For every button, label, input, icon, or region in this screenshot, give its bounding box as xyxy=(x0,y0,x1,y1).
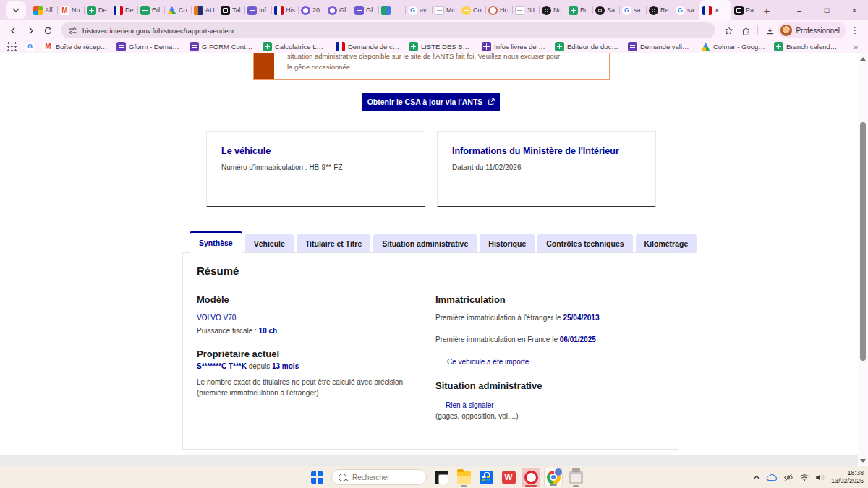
chevron-up-icon[interactable] xyxy=(753,475,760,480)
tab-close-icon[interactable]: × xyxy=(715,7,719,14)
bookmark-item[interactable]: Branch calendar - C... xyxy=(774,42,838,51)
warning-alert: situation administrative disponible sur … xyxy=(253,53,610,80)
profile-chip[interactable]: Professionnel xyxy=(778,22,846,38)
tab-titulaire-et-titre[interactable]: Titulaire et Titre xyxy=(297,234,370,253)
tab-véhicule[interactable]: Véhicule xyxy=(245,234,294,253)
scroll-up-arrow[interactable] xyxy=(860,57,866,61)
tab-kilométrage[interactable]: Kilométrage xyxy=(636,234,697,253)
scroll-down-arrow[interactable] xyxy=(860,459,866,463)
bookmark-label: Colmar - Google Dri... xyxy=(713,43,765,51)
browser-tab[interactable] xyxy=(378,0,405,20)
forward-button[interactable] xyxy=(22,22,39,39)
sheets-favicon xyxy=(140,6,150,15)
bookmark-item[interactable]: Gform - Demande d... xyxy=(116,42,181,51)
owner-note-line2: (première immatriculation à l'étranger) xyxy=(197,389,319,397)
browser-tab[interactable]: Mc xyxy=(432,0,459,20)
bookmark-item[interactable]: G FORM Contrats à... xyxy=(190,42,254,51)
browser-menu-button[interactable]: ⋮ xyxy=(846,22,864,39)
browser-tab[interactable]: Ed xyxy=(137,0,164,20)
printer-taskbar-button[interactable] xyxy=(566,468,585,487)
bookmarks-overflow-chevron[interactable]: » xyxy=(854,43,861,51)
wps-office-taskbar-button[interactable] xyxy=(499,468,518,487)
browser-tab[interactable]: Inf xyxy=(244,0,271,20)
volume-icon[interactable] xyxy=(815,474,825,481)
microsoft-store-taskbar-button[interactable] xyxy=(477,468,495,487)
dark-circle-favicon xyxy=(649,6,658,15)
browser-tab[interactable]: Aff xyxy=(30,0,57,20)
tab-title: Tal xyxy=(232,7,241,14)
browser-tab[interactable]: sa xyxy=(619,0,646,20)
tab-contrôles-techniques[interactable]: Contrôles techniques xyxy=(537,234,632,253)
bookmark-item[interactable]: Boîte de réception (... xyxy=(43,42,108,51)
privacy-icon[interactable] xyxy=(783,474,793,481)
scrollbar-thumb[interactable] xyxy=(860,122,866,361)
bookmark-item[interactable] xyxy=(25,42,35,51)
browser-tab[interactable]: Sa xyxy=(592,0,619,20)
downloads-button[interactable] xyxy=(761,22,778,39)
tab-synthèse[interactable]: Synthèse xyxy=(190,231,242,253)
tab-historique[interactable]: Historique xyxy=(480,234,535,253)
taskbar-search[interactable] xyxy=(331,469,427,485)
browser-tab[interactable]: De xyxy=(84,0,111,20)
browser-tab[interactable]: av xyxy=(405,0,432,20)
browser-tab[interactable]: Tal xyxy=(218,0,244,20)
bookmark-item[interactable]: LISTE DES BANQUE... xyxy=(409,42,473,51)
vertical-scrollbar[interactable] xyxy=(858,53,868,466)
extensions-button[interactable] xyxy=(737,22,754,39)
imported-link[interactable]: Ce véhicule a été importé xyxy=(447,358,529,366)
browser-tab[interactable]: Gf xyxy=(352,0,378,20)
taskbar-clock[interactable]: 18:38 13/02/2026 xyxy=(831,469,864,486)
doc-favicon xyxy=(435,6,444,15)
bookmark-star-button[interactable] xyxy=(720,22,737,39)
browser-tab[interactable]: Nu xyxy=(57,0,84,20)
ants-cta-button[interactable]: Obtenir le CSA à jour via l'ANTS xyxy=(362,93,500,111)
browser-tab[interactable]: 20 xyxy=(298,0,325,20)
start-button[interactable] xyxy=(307,468,326,487)
tab-search-button[interactable] xyxy=(6,1,26,19)
bookmark-item[interactable]: Infos livres de polic... xyxy=(482,42,546,51)
bookmark-label: Boîte de réception (... xyxy=(56,43,108,51)
bookmark-item[interactable]: Demande de certific... xyxy=(336,42,400,51)
browser-tab[interactable]: Re xyxy=(646,0,673,20)
forms-icon xyxy=(116,42,126,51)
browser-tab[interactable]: sa xyxy=(673,0,699,20)
task-view-taskbar-button[interactable] xyxy=(432,468,451,487)
onedrive-icon[interactable] xyxy=(766,474,778,481)
browser-tab[interactable]: De xyxy=(111,0,137,20)
address-bar[interactable]: histovec.interieur.gouv.fr/histovec/rapp… xyxy=(61,22,715,38)
browser-tab[interactable]: JU xyxy=(512,0,539,20)
taskbar-search-input[interactable] xyxy=(351,473,426,482)
browser-tab[interactable]: Gf xyxy=(325,0,352,20)
bookmark-item[interactable] xyxy=(7,42,17,51)
maximize-button[interactable]: □ xyxy=(813,0,841,20)
forms-icon xyxy=(190,42,199,51)
browser-tab[interactable]: Hc xyxy=(485,0,512,20)
browser-tabs: AffNuDeDeEdCoAUTalInfHis20GfGfavMcCoHcJU… xyxy=(30,0,758,20)
browser-tab[interactable]: Pa xyxy=(731,0,758,20)
file-explorer-taskbar-button[interactable] xyxy=(454,468,473,487)
browser-tab[interactable]: Co xyxy=(459,0,485,20)
minimize-button[interactable]: – xyxy=(786,0,813,20)
wifi-icon[interactable] xyxy=(799,474,809,481)
browser-tab[interactable]: His xyxy=(271,0,298,20)
opera-taskbar-button[interactable] xyxy=(522,468,540,487)
bookmark-item[interactable]: Editeur de documen... xyxy=(555,42,619,51)
browser-tab[interactable]: Br xyxy=(566,0,592,20)
bookmark-item[interactable]: Calculatrice Leasing... xyxy=(263,42,327,51)
reload-button[interactable] xyxy=(39,22,56,39)
back-button[interactable] xyxy=(4,22,22,39)
browser-tab[interactable]: Nc xyxy=(539,0,566,20)
alert-line2: la gêne occasionnée. xyxy=(287,61,602,72)
model-heading: Modèle xyxy=(197,294,229,305)
admin-status-link[interactable]: Rien à signaler xyxy=(446,401,494,409)
close-button[interactable]: × xyxy=(841,0,868,20)
bookmark-item[interactable]: Demande validation... xyxy=(628,42,692,51)
browser-tab[interactable]: Co xyxy=(164,0,191,20)
browser-tab[interactable]: AU xyxy=(191,0,218,20)
model-name-link[interactable]: VOLVO V70 xyxy=(197,314,236,322)
new-tab-button[interactable]: + xyxy=(758,1,775,19)
chrome-taskbar-button[interactable] xyxy=(544,468,563,487)
tab-situation-administrative[interactable]: Situation administrative xyxy=(373,234,477,253)
browser-tab-active[interactable]: × xyxy=(699,0,731,20)
bookmark-item[interactable]: Colmar - Google Dri... xyxy=(701,42,765,51)
